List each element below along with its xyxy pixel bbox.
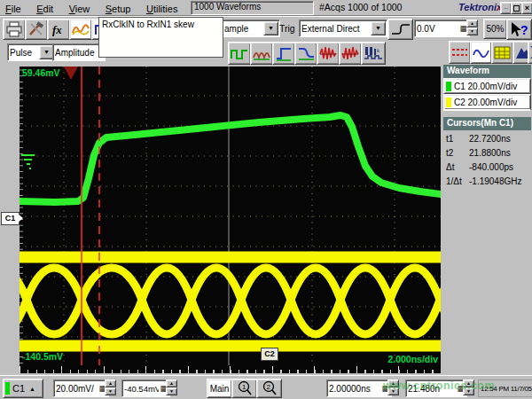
trigger-position-button[interactable]: 50%: [483, 19, 507, 39]
menu-setup[interactable]: Setup: [100, 2, 137, 14]
waveform-count: 1000 Waveforms: [192, 2, 313, 12]
square-wave-meas-button[interactable]: [228, 42, 251, 65]
acquisition-mode-combo[interactable]: ample ▼: [222, 20, 280, 37]
cursors-button[interactable]: [449, 41, 471, 64]
tools-icon: [27, 20, 46, 38]
tools-button[interactable]: [25, 19, 48, 40]
cycle-meas-button[interactable]: [250, 42, 273, 65]
cursor-dashes-icon: [450, 43, 469, 61]
trig-label: Trig: [279, 23, 295, 34]
trigger-level-field[interactable]: 0.0V ▦: [414, 20, 470, 37]
c1-scale-label: C1 20.00mV/div: [454, 82, 517, 91]
math-fx-button[interactable]: fx: [47, 19, 70, 40]
vertical-scale-spinner[interactable]: ▲ ▼: [105, 379, 116, 395]
readout-t2-value: 21.8800ns: [469, 148, 511, 158]
close-icon: ×: [525, 4, 529, 12]
rise-time-meas-icon: [274, 44, 293, 62]
waveform-panel-header: Waveform: [443, 65, 531, 78]
maximize-icon: [513, 5, 520, 12]
chevron-down-icon[interactable]: ▼: [371, 21, 386, 35]
burst-width-meas-button[interactable]: [317, 42, 340, 65]
svg-text:k: k: [377, 48, 380, 53]
c1-channel-marker[interactable]: C1: [1, 212, 20, 225]
horizontal-tick-strip: [20, 365, 441, 373]
cursors-panel-header: Cursors(Mn C1): [443, 117, 531, 130]
c2-scale-button[interactable]: C2 20.00mV/div: [443, 94, 531, 111]
waveform-display-button[interactable]: [470, 41, 492, 64]
eye-mask-button[interactable]: [528, 41, 532, 64]
zoom-1-button[interactable]: 1: [231, 379, 257, 398]
svg-text:1: 1: [242, 383, 246, 391]
horizontal-scale-field[interactable]: 2.00000ns ▦: [326, 379, 392, 397]
rise-time-meas-button[interactable]: [272, 42, 295, 65]
spin-up-icon[interactable]: ▲: [105, 379, 116, 387]
tooltip: RxClkIN to RxIN1 skew: [98, 17, 223, 58]
channel-select-label: C1: [12, 383, 25, 394]
readout-t2: t2 21.8800ns: [443, 145, 528, 160]
zoom-2-button[interactable]: 2: [256, 379, 282, 398]
vertical-offset-spinner[interactable]: ▲ ▼: [166, 379, 177, 395]
trigger-position-value: 50%: [486, 24, 504, 34]
measure-category-combo[interactable]: Pulse ▼: [7, 43, 56, 61]
close-button[interactable]: ×: [521, 2, 532, 14]
readout-dt: Δt -840.000ps: [443, 160, 528, 174]
waveform-icon: [71, 20, 90, 38]
spin-down-icon[interactable]: ▼: [466, 27, 478, 35]
measure-type-combo[interactable]: Amplitude: [52, 43, 106, 61]
readout-dt-value: -840.000ps: [469, 162, 513, 172]
square-wave-meas-icon: [230, 44, 249, 62]
spin-down-icon[interactable]: ▼: [166, 387, 177, 395]
readout-inv-dt-value: -1.19048GHz: [469, 176, 521, 186]
trigger-source-combo[interactable]: External Direct ▼: [299, 20, 387, 37]
horizontal-scale-value: 2.00000ns: [329, 384, 380, 394]
pulse-train-icon: k: [363, 44, 384, 62]
tektronix-logo: Tektronix⁄: [458, 2, 500, 12]
vertical-scale-value: 20.00mV/: [56, 384, 98, 394]
trigger-level-spinner[interactable]: ▲ ▼: [466, 20, 478, 35]
timebase-mode-button[interactable]: Main: [207, 379, 232, 398]
c1-scale-button[interactable]: C1 20.00mV/div: [443, 78, 531, 94]
menu-file[interactable]: File: [0, 2, 27, 14]
display-grid-button[interactable]: [491, 41, 513, 64]
vertical-offset-field[interactable]: -40.54mV ▦: [121, 379, 170, 397]
rising-edge-icon: [389, 20, 411, 38]
svg-text:?: ?: [520, 23, 528, 37]
bottom-voltage-label: -140.5mV: [22, 351, 63, 362]
sine-wave-icon: [472, 43, 490, 61]
trigger-slope-button[interactable]: [387, 19, 413, 40]
fall-time-meas-button[interactable]: [294, 42, 317, 65]
sine-cycles-meas-icon: [252, 44, 271, 62]
spin-up-icon[interactable]: ▲: [466, 20, 478, 27]
right-panel: Waveform C1 20.00mV/div C2 20.00mV/div C…: [441, 65, 532, 375]
vertical-scale-field[interactable]: 20.00mV/ ▦: [53, 379, 109, 397]
menu-view[interactable]: View: [64, 2, 97, 14]
burst-amplitude-meas-button[interactable]: [339, 42, 362, 65]
channel-select-button[interactable]: C1 ▲: [3, 379, 43, 398]
spin-down-icon[interactable]: ▼: [105, 387, 116, 395]
c2-channel-marker[interactable]: C2: [261, 348, 278, 361]
readout-t1-value: 22.7200ns: [469, 134, 511, 144]
pulse-train-meas-button[interactable]: k: [361, 42, 386, 65]
measure-type-value: Amplitude: [55, 48, 103, 58]
waveform-style-button[interactable]: [69, 19, 92, 40]
fx-icon: fx: [49, 20, 68, 38]
scope-canvas: [20, 66, 441, 365]
trigger-position-icon[interactable]: [64, 66, 78, 80]
waveform-count-box: 1000 Waveforms: [191, 1, 314, 15]
chevron-down-icon[interactable]: ▼: [263, 21, 278, 35]
c2-eye-diagram: [20, 268, 441, 334]
readout-t1: t1 22.7200ns: [443, 131, 528, 145]
watermark: www.cntronics.com: [383, 379, 495, 392]
context-help-button[interactable]: ?: [506, 19, 532, 40]
help-pointer-icon: ?: [508, 20, 530, 38]
menu-edit[interactable]: Edit: [31, 2, 59, 14]
channel-up-icon: ▲: [29, 386, 35, 392]
print-button[interactable]: [3, 19, 26, 40]
magnifier-2-icon: 2: [262, 380, 278, 396]
ground-reference-icon: [21, 155, 35, 168]
menu-utilities[interactable]: Utilities: [141, 2, 184, 14]
spin-up-icon[interactable]: ▲: [166, 379, 177, 387]
c1-color-swatch: [446, 82, 451, 91]
oscilloscope-screen: File Edit View Setup Utilities Help 1000…: [0, 0, 532, 399]
vertical-offset-value: -40.54mV: [124, 384, 159, 394]
